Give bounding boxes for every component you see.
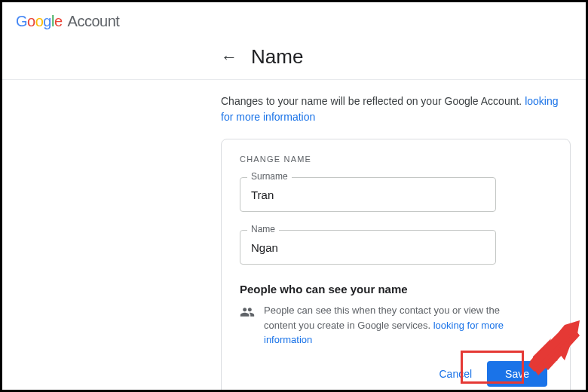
account-label: Account [68,13,120,29]
cancel-button[interactable]: Cancel [439,368,472,380]
visibility-row: People can see this when they contact yo… [240,303,552,348]
visibility-text: People can see this when they contact yo… [264,303,520,348]
card-heading: CHANGE NAME [240,155,552,164]
title-row: ← Name [2,38,586,79]
people-icon [240,305,255,348]
name-field-wrapper: Name [240,230,552,265]
back-arrow-icon[interactable]: ← [221,47,237,67]
name-input[interactable] [240,230,496,265]
page-title: Name [251,45,303,69]
surname-input[interactable] [240,177,496,212]
intro-text-body: Changes to your name will be reflected o… [221,95,525,107]
surname-label: Surname [247,171,292,182]
header: Google Account [2,2,586,38]
google-account-logo: Google Account [16,13,119,29]
visibility-title: People who can see your name [240,283,552,296]
action-buttons: Cancel Save [240,361,552,387]
surname-field-wrapper: Surname [240,177,552,212]
intro-text: Changes to your name will be reflected o… [221,93,571,125]
change-name-card: CHANGE NAME Surname Name People who can … [221,139,571,392]
save-button[interactable]: Save [487,361,547,387]
name-label: Name [247,224,279,234]
content: Changes to your name will be reflected o… [2,80,586,392]
